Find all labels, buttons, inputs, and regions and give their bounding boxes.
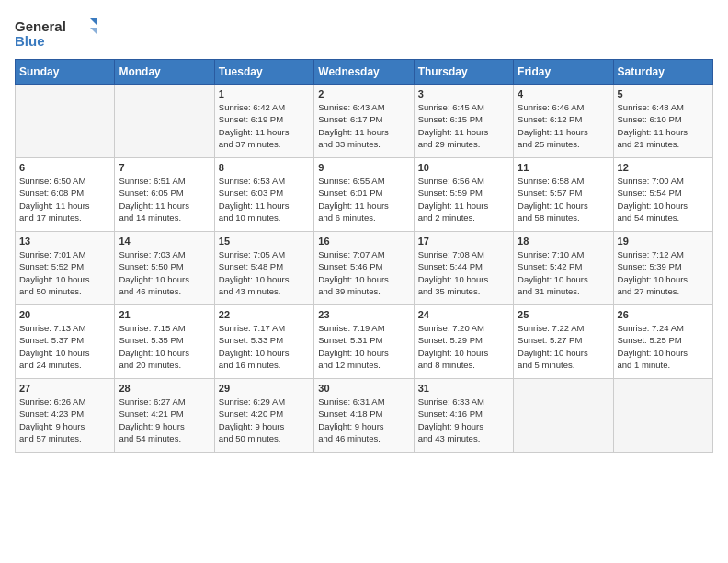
calendar-cell: 10Sunrise: 6:56 AM Sunset: 5:59 PM Dayli… (414, 158, 513, 232)
calendar-cell: 21Sunrise: 7:15 AM Sunset: 5:35 PM Dayli… (115, 305, 214, 379)
calendar-week-row: 27Sunrise: 6:26 AM Sunset: 4:23 PM Dayli… (16, 379, 713, 453)
svg-text:General: General (15, 18, 66, 34)
day-info: Sunrise: 7:24 AM Sunset: 5:25 PM Dayligh… (618, 322, 709, 371)
day-number: 9 (318, 162, 409, 173)
weekday-header-thursday: Thursday (414, 60, 513, 85)
calendar-cell: 30Sunrise: 6:31 AM Sunset: 4:18 PM Dayli… (314, 379, 414, 453)
day-info: Sunrise: 6:42 AM Sunset: 6:19 PM Dayligh… (219, 101, 310, 150)
calendar-table: SundayMondayTuesdayWednesdayThursdayFrid… (15, 59, 713, 453)
calendar-cell (16, 85, 115, 158)
calendar-cell: 19Sunrise: 7:12 AM Sunset: 5:39 PM Dayli… (613, 232, 712, 305)
day-info: Sunrise: 6:45 AM Sunset: 6:15 PM Dayligh… (418, 101, 509, 150)
day-number: 14 (119, 236, 210, 247)
calendar-cell: 31Sunrise: 6:33 AM Sunset: 4:16 PM Dayli… (414, 379, 513, 453)
calendar-week-row: 13Sunrise: 7:01 AM Sunset: 5:52 PM Dayli… (16, 232, 713, 305)
day-number: 18 (518, 236, 609, 247)
calendar-cell: 8Sunrise: 6:53 AM Sunset: 6:03 PM Daylig… (214, 158, 313, 232)
calendar-cell: 11Sunrise: 6:58 AM Sunset: 5:57 PM Dayli… (514, 158, 613, 232)
weekday-header-row: SundayMondayTuesdayWednesdayThursdayFrid… (16, 60, 713, 85)
calendar-cell: 2Sunrise: 6:43 AM Sunset: 6:17 PM Daylig… (314, 85, 414, 158)
calendar-cell: 28Sunrise: 6:27 AM Sunset: 4:21 PM Dayli… (115, 379, 214, 453)
day-info: Sunrise: 6:50 AM Sunset: 6:08 PM Dayligh… (19, 175, 110, 224)
day-number: 24 (418, 309, 509, 320)
day-number: 11 (518, 162, 609, 173)
day-info: Sunrise: 7:10 AM Sunset: 5:42 PM Dayligh… (518, 248, 609, 297)
day-number: 17 (418, 236, 509, 247)
day-info: Sunrise: 6:43 AM Sunset: 6:17 PM Dayligh… (318, 101, 409, 150)
day-info: Sunrise: 6:51 AM Sunset: 6:05 PM Dayligh… (119, 175, 210, 224)
day-info: Sunrise: 6:58 AM Sunset: 5:57 PM Dayligh… (518, 175, 609, 224)
day-number: 15 (219, 236, 310, 247)
calendar-week-row: 1Sunrise: 6:42 AM Sunset: 6:19 PM Daylig… (16, 85, 713, 158)
day-info: Sunrise: 6:29 AM Sunset: 4:20 PM Dayligh… (219, 396, 310, 444)
day-info: Sunrise: 6:27 AM Sunset: 4:21 PM Dayligh… (119, 396, 210, 444)
calendar-cell: 7Sunrise: 6:51 AM Sunset: 6:05 PM Daylig… (115, 158, 214, 232)
day-info: Sunrise: 6:56 AM Sunset: 5:59 PM Dayligh… (418, 175, 509, 224)
day-number: 16 (318, 236, 409, 247)
day-info: Sunrise: 7:15 AM Sunset: 5:35 PM Dayligh… (119, 322, 210, 371)
day-info: Sunrise: 6:55 AM Sunset: 6:01 PM Dayligh… (318, 175, 409, 224)
calendar-week-row: 6Sunrise: 6:50 AM Sunset: 6:08 PM Daylig… (16, 158, 713, 232)
day-info: Sunrise: 6:48 AM Sunset: 6:10 PM Dayligh… (618, 101, 709, 150)
calendar-cell: 17Sunrise: 7:08 AM Sunset: 5:44 PM Dayli… (414, 232, 513, 305)
calendar-cell: 20Sunrise: 7:13 AM Sunset: 5:37 PM Dayli… (16, 305, 115, 379)
calendar-week-row: 20Sunrise: 7:13 AM Sunset: 5:37 PM Dayli… (16, 305, 713, 379)
calendar-cell (514, 379, 613, 453)
day-info: Sunrise: 7:03 AM Sunset: 5:50 PM Dayligh… (119, 248, 210, 297)
day-number: 8 (219, 162, 310, 173)
day-number: 20 (19, 309, 110, 320)
day-number: 3 (418, 88, 509, 99)
day-number: 21 (119, 309, 210, 320)
day-number: 27 (19, 383, 110, 394)
calendar-cell: 24Sunrise: 7:20 AM Sunset: 5:29 PM Dayli… (414, 305, 513, 379)
svg-marker-2 (90, 18, 97, 26)
calendar-cell: 12Sunrise: 7:00 AM Sunset: 5:54 PM Dayli… (613, 158, 712, 232)
day-number: 1 (219, 88, 310, 99)
calendar-cell: 16Sunrise: 7:07 AM Sunset: 5:46 PM Dayli… (314, 232, 414, 305)
day-info: Sunrise: 7:20 AM Sunset: 5:29 PM Dayligh… (418, 322, 509, 371)
svg-marker-3 (90, 28, 97, 35)
day-info: Sunrise: 7:00 AM Sunset: 5:54 PM Dayligh… (618, 175, 709, 224)
weekday-header-tuesday: Tuesday (214, 60, 313, 85)
day-number: 13 (19, 236, 110, 247)
day-info: Sunrise: 7:07 AM Sunset: 5:46 PM Dayligh… (318, 248, 409, 297)
calendar-cell: 22Sunrise: 7:17 AM Sunset: 5:33 PM Dayli… (214, 305, 313, 379)
weekday-header-saturday: Saturday (613, 60, 712, 85)
weekday-header-wednesday: Wednesday (314, 60, 414, 85)
day-info: Sunrise: 6:46 AM Sunset: 6:12 PM Dayligh… (518, 101, 609, 150)
calendar-cell (613, 379, 712, 453)
calendar-cell: 5Sunrise: 6:48 AM Sunset: 6:10 PM Daylig… (613, 85, 712, 158)
day-number: 12 (618, 162, 709, 173)
day-number: 28 (119, 383, 210, 394)
day-number: 25 (518, 309, 609, 320)
day-number: 30 (318, 383, 409, 394)
calendar-cell: 3Sunrise: 6:45 AM Sunset: 6:15 PM Daylig… (414, 85, 513, 158)
logo-svg: General Blue (15, 15, 97, 52)
calendar-cell: 1Sunrise: 6:42 AM Sunset: 6:19 PM Daylig… (214, 85, 313, 158)
day-number: 7 (119, 162, 210, 173)
calendar-cell (115, 85, 214, 158)
calendar-cell: 23Sunrise: 7:19 AM Sunset: 5:31 PM Dayli… (314, 305, 414, 379)
day-number: 2 (318, 88, 409, 99)
day-number: 22 (219, 309, 310, 320)
day-info: Sunrise: 7:13 AM Sunset: 5:37 PM Dayligh… (19, 322, 110, 371)
weekday-header-sunday: Sunday (16, 60, 115, 85)
day-info: Sunrise: 6:26 AM Sunset: 4:23 PM Dayligh… (19, 396, 110, 444)
calendar-cell: 27Sunrise: 6:26 AM Sunset: 4:23 PM Dayli… (16, 379, 115, 453)
day-number: 29 (219, 383, 310, 394)
day-info: Sunrise: 7:17 AM Sunset: 5:33 PM Dayligh… (219, 322, 310, 371)
calendar-cell: 29Sunrise: 6:29 AM Sunset: 4:20 PM Dayli… (214, 379, 313, 453)
day-number: 23 (318, 309, 409, 320)
calendar-cell: 26Sunrise: 7:24 AM Sunset: 5:25 PM Dayli… (613, 305, 712, 379)
calendar-cell: 13Sunrise: 7:01 AM Sunset: 5:52 PM Dayli… (16, 232, 115, 305)
calendar-cell: 18Sunrise: 7:10 AM Sunset: 5:42 PM Dayli… (514, 232, 613, 305)
calendar-cell: 15Sunrise: 7:05 AM Sunset: 5:48 PM Dayli… (214, 232, 313, 305)
day-number: 6 (19, 162, 110, 173)
calendar-cell: 4Sunrise: 6:46 AM Sunset: 6:12 PM Daylig… (514, 85, 613, 158)
day-info: Sunrise: 6:31 AM Sunset: 4:18 PM Dayligh… (318, 396, 409, 444)
day-number: 19 (618, 236, 709, 247)
day-info: Sunrise: 6:53 AM Sunset: 6:03 PM Dayligh… (219, 175, 310, 224)
svg-text:Blue: Blue (15, 33, 45, 49)
day-info: Sunrise: 7:05 AM Sunset: 5:48 PM Dayligh… (219, 248, 310, 297)
logo: General Blue (15, 15, 97, 52)
